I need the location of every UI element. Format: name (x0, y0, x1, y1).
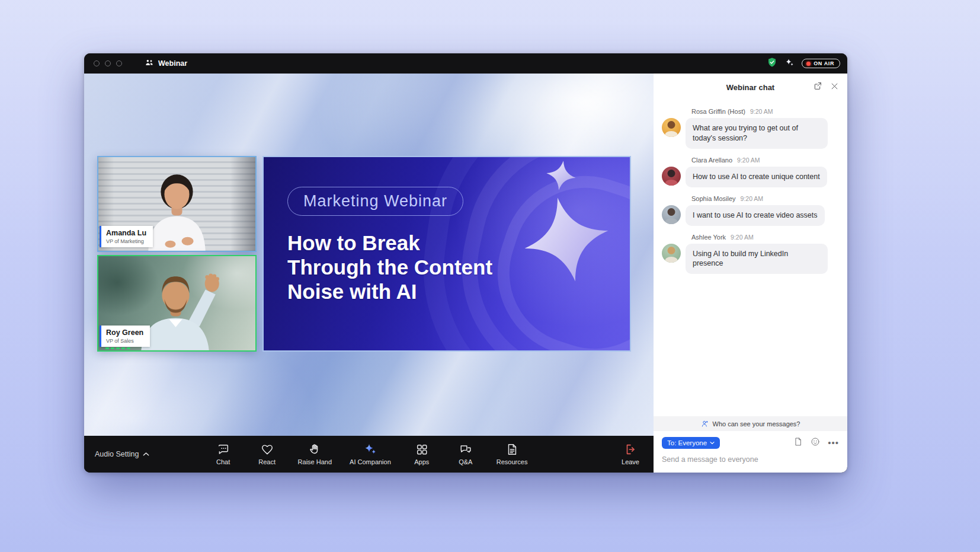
message-time: 9:20 AM (750, 108, 773, 115)
message-author: Sophia Mosiley (691, 195, 736, 202)
slide-badge: Marketing Webinar (287, 187, 463, 216)
video-tile-amanda[interactable]: Amanda Lu VP of Marketing (97, 156, 257, 252)
participant-role: VP of Sales (106, 338, 143, 344)
leave-icon (624, 443, 637, 456)
app-title: Webinar (145, 58, 187, 69)
chat-message: Ashlee York9:20 AM Using AI to build my … (662, 234, 838, 275)
avatar (662, 205, 681, 224)
chat-message: Clara Arellano9:20 AM How to use AI to c… (662, 157, 838, 187)
video-stage: Amanda Lu VP of Marketing (84, 74, 654, 436)
message-time: 9:20 AM (741, 195, 764, 202)
message-bubble: How to use AI to create unique content (686, 167, 827, 187)
message-bubble: What are you trying to get out of today'… (686, 118, 828, 149)
message-bubble: I want to use AI to create video assets (686, 205, 825, 226)
ai-companion-button[interactable]: AI Companion (350, 443, 391, 465)
qa-button-label: Q&A (459, 458, 472, 465)
message-time: 9:20 AM (737, 157, 760, 164)
window-controls (94, 60, 122, 66)
privacy-note-label: Who can see your messages? (713, 420, 800, 427)
avatar (662, 244, 681, 263)
participant-name: Amanda Lu (106, 229, 146, 237)
participant-role: VP of Marketing (106, 238, 146, 244)
raise-hand-button[interactable]: Raise Hand (298, 443, 332, 465)
resources-button-label: Resources (497, 458, 528, 465)
window-close-button[interactable] (94, 60, 100, 66)
meeting-toolbar: Audio Setting Chat (84, 436, 654, 473)
message-author: Ashlee York (691, 234, 726, 241)
resources-icon (505, 443, 518, 456)
leave-button[interactable]: Leave (622, 443, 639, 465)
webinar-window: Webinar ON AIR (84, 53, 847, 473)
slide-star-shape (514, 187, 619, 292)
participant-name: Roy Green (106, 328, 143, 337)
slide-star-shape (543, 158, 578, 193)
window-minimize-button[interactable] (105, 60, 111, 66)
attach-file-icon[interactable] (793, 437, 803, 449)
recipient-label: To: Everyone (667, 439, 707, 446)
audio-setting-label: Audio Setting (95, 450, 139, 458)
popout-icon[interactable] (813, 81, 822, 93)
message-author: Clara Arellano (691, 157, 732, 164)
more-options-icon[interactable]: ••• (828, 440, 839, 446)
chat-button[interactable]: Chat (210, 443, 236, 465)
avatar (662, 167, 681, 186)
qa-button[interactable]: Q&A (453, 443, 479, 465)
qa-icon (459, 443, 472, 456)
app-title-label: Webinar (158, 59, 187, 68)
raise-hand-button-label: Raise Hand (298, 458, 332, 465)
webinar-icon (145, 58, 154, 69)
privacy-person-icon (701, 420, 709, 428)
on-air-label: ON AIR (814, 60, 834, 66)
chevron-down-icon (710, 441, 715, 445)
chat-header: Webinar chat (654, 74, 847, 101)
chat-title: Webinar chat (726, 83, 774, 92)
message-author: Rosa Griffin (Host) (691, 108, 745, 115)
message-time: 9:20 AM (731, 234, 754, 241)
message-bubble: Using AI to build my LinkedIn presence (686, 244, 828, 275)
ai-sparkle-icon (363, 443, 377, 456)
chat-message-list: Rosa Griffin (Host)9:20 AM What are you … (654, 101, 847, 416)
chat-footer: Who can see your messages? To: Everyone (654, 416, 847, 473)
close-icon[interactable] (830, 82, 839, 93)
react-button-label: React (258, 458, 276, 465)
on-air-badge: ON AIR (802, 59, 840, 68)
apps-button-label: Apps (414, 458, 429, 465)
raise-hand-icon (308, 443, 321, 456)
slide-heading: How to Break Through the Content Noise w… (287, 231, 492, 304)
on-air-dot-icon (806, 62, 811, 66)
chevron-up-icon (143, 452, 149, 457)
security-shield-icon[interactable] (767, 57, 777, 70)
shared-slide: Marketing Webinar How to Break Through t… (262, 156, 631, 352)
participant-nametag: Amanda Lu VP of Marketing (100, 226, 153, 247)
slide-decor-ring (476, 156, 631, 352)
chat-message: Sophia Mosiley9:20 AM I want to use AI t… (662, 195, 838, 226)
chat-button-label: Chat (216, 458, 230, 465)
recipient-selector[interactable]: To: Everyone (662, 437, 720, 449)
react-button[interactable]: React (254, 443, 280, 465)
resources-button[interactable]: Resources (497, 443, 528, 465)
speaking-indicator-icon (105, 347, 130, 349)
leave-button-label: Leave (622, 458, 639, 465)
video-tile-roy[interactable]: Roy Green VP of Sales (97, 255, 257, 352)
audio-setting-button[interactable]: Audio Setting (95, 450, 149, 458)
chat-icon (217, 443, 230, 456)
heart-icon (261, 443, 274, 456)
window-zoom-button[interactable] (116, 60, 122, 66)
ai-companion-status-icon[interactable] (784, 58, 795, 70)
privacy-note[interactable]: Who can see your messages? (654, 416, 847, 431)
avatar (662, 118, 681, 137)
participant-nametag: Roy Green VP of Sales (100, 326, 150, 347)
ai-companion-button-label: AI Companion (350, 458, 391, 465)
titlebar: Webinar ON AIR (84, 53, 847, 74)
apps-icon (415, 443, 428, 456)
emoji-icon[interactable] (811, 437, 820, 449)
apps-button[interactable]: Apps (409, 443, 435, 465)
chat-message-input[interactable] (662, 455, 839, 464)
chat-message: Rosa Griffin (Host)9:20 AM What are you … (662, 108, 838, 149)
chat-panel: Webinar chat (654, 74, 847, 473)
